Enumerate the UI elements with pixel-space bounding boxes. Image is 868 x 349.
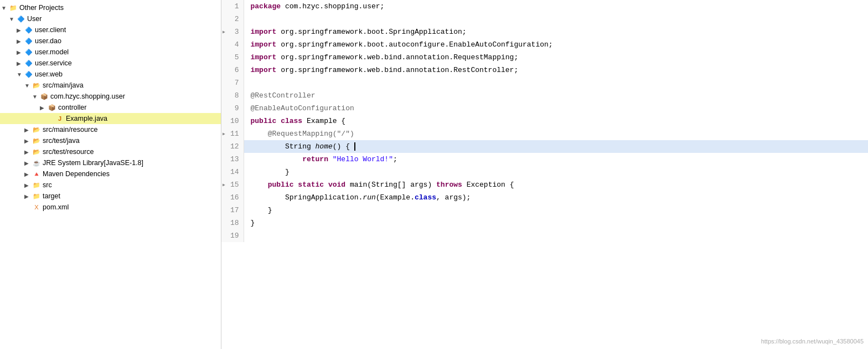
code-content[interactable]: public class Example { — [244, 115, 868, 127]
tree-label: Maven Dependencies — [43, 170, 110, 178]
tree-label: user.client — [35, 26, 66, 34]
tree-label: Example.java — [66, 115, 107, 122]
line-number: 13 — [221, 153, 244, 166]
line-number: 15 — [221, 178, 244, 191]
code-line-6: 6 import org.springframework.web.bind.an… — [221, 64, 868, 76]
arrow-icon: ▼ — [1, 5, 9, 11]
arrow-icon: ▼ — [24, 83, 32, 89]
line-number: 11 — [221, 127, 244, 140]
code-content[interactable]: package com.hzyc.shopping.user; — [244, 0, 868, 13]
code-content[interactable]: } — [244, 217, 868, 229]
arrow-icon: ▼ — [9, 16, 17, 22]
code-line-14: 14 } — [221, 166, 868, 178]
tree-item-other-projects[interactable]: ▼ 📁 Other Projects — [0, 2, 221, 13]
code-content[interactable]: @EnableAutoConfiguration — [244, 102, 868, 115]
code-content[interactable] — [244, 13, 868, 25]
tree-label: com.hzyc.shopping.user — [50, 93, 125, 100]
tree-item-user-model[interactable]: ▶ 🔷 user.model — [0, 47, 221, 58]
tree-item-src-test-resource[interactable]: ▶ 📂 src/test/resource — [0, 146, 221, 157]
arrow-icon: ▶ — [24, 149, 32, 155]
arrow-icon: ▼ — [17, 71, 24, 78]
module-icon: 🔷 — [24, 59, 33, 68]
code-content[interactable]: @RequestMapping("/") — [244, 127, 868, 140]
tree-item-user-service[interactable]: ▶ 🔷 user.service — [0, 58, 221, 69]
tree-item-user-web[interactable]: ▼ 🔷 user.web — [0, 69, 221, 80]
arrow-icon: ▶ — [17, 60, 24, 66]
line-number: 12 — [221, 140, 244, 153]
tree-item-src-main-resource[interactable]: ▶ 📂 src/main/resource — [0, 124, 221, 135]
code-line-11: 11 @RequestMapping("/") — [221, 127, 868, 140]
tree-item-src-test-java[interactable]: ▶ 📂 src/test/java — [0, 135, 221, 146]
tree-item-user[interactable]: ▼ 🔷 User — [0, 13, 221, 24]
tree-label: src — [43, 181, 52, 189]
code-line-19: 19 — [221, 229, 868, 242]
code-line-4: 4 import org.springframework.boot.autoco… — [221, 38, 868, 51]
arrow-icon: ▶ — [24, 138, 32, 144]
java-file-icon: J — [55, 114, 64, 123]
tree-label: Other Projects — [19, 4, 64, 12]
code-content[interactable]: import org.springframework.boot.SpringAp… — [244, 25, 868, 38]
tree-item-controller[interactable]: ▶ 📦 controller — [0, 102, 221, 113]
arrow-icon: ▶ — [24, 171, 32, 177]
line-number: 14 — [221, 166, 244, 178]
tree-label: src/main/java — [43, 81, 84, 89]
tree-item-src[interactable]: ▶ 📁 src — [0, 179, 221, 191]
arrow-icon: ▼ — [32, 94, 40, 100]
code-line-16: 16 SpringApplication.run(Example.class, … — [221, 191, 868, 204]
code-content[interactable]: } — [244, 166, 868, 178]
package-icon: 📦 — [48, 103, 56, 112]
arrow-icon: ▶ — [24, 160, 32, 166]
folder-icon: 📁 — [32, 181, 41, 189]
src-icon: 📂 — [32, 147, 41, 156]
code-line-9: 9 @EnableAutoConfiguration — [221, 102, 868, 115]
folder-icon: 📁 — [9, 3, 18, 12]
arrow-icon — [48, 116, 55, 122]
code-content[interactable]: import org.springframework.boot.autoconf… — [244, 38, 868, 51]
code-editor[interactable]: 1 package com.hzyc.shopping.user; 2 3 im… — [221, 0, 868, 349]
tree-label: controller — [58, 104, 86, 111]
code-line-7: 7 — [221, 76, 868, 89]
code-content[interactable]: SpringApplication.run(Example.class, arg… — [244, 191, 868, 204]
tree-label: JRE System Library — [43, 159, 104, 167]
code-line-2: 2 — [221, 13, 868, 25]
code-line-18: 18 } — [221, 217, 868, 229]
line-number: 1 — [221, 0, 244, 13]
code-content[interactable]: @RestController — [244, 89, 868, 102]
tree-item-user-client[interactable]: ▶ 🔷 user.client — [0, 24, 221, 35]
project-tree[interactable]: ▼ 📁 Other Projects ▼ 🔷 User ▶ 🔷 user.cli… — [0, 0, 221, 349]
module-icon: 🔷 — [17, 14, 25, 23]
package-icon: 📦 — [40, 92, 49, 101]
line-number: 8 — [221, 89, 244, 102]
code-content[interactable]: } — [244, 204, 868, 217]
tree-item-user-dao[interactable]: ▶ 🔷 user.dao — [0, 35, 221, 47]
line-number: 9 — [221, 102, 244, 115]
code-line-10: 10 public class Example { — [221, 115, 868, 127]
line-number: 5 — [221, 51, 244, 64]
code-content[interactable]: String home() { — [244, 140, 868, 153]
src-icon: 📂 — [32, 125, 41, 134]
code-content[interactable] — [244, 76, 868, 89]
code-line-13: 13 return "Hello World!"; — [221, 153, 868, 166]
tree-item-src-main-java[interactable]: ▼ 📂 src/main/java — [0, 80, 221, 91]
tree-item-maven-deps[interactable]: ▶ 🔺 Maven Dependencies — [0, 168, 221, 179]
arrow-icon: ▶ — [24, 193, 32, 199]
arrow-icon — [24, 204, 32, 211]
line-number: 10 — [221, 115, 244, 127]
tree-item-jre[interactable]: ▶ ☕ JRE System Library [JavaSE-1.8] — [0, 157, 221, 168]
code-line-17: 17 } — [221, 204, 868, 217]
code-content[interactable]: import org.springframework.web.bind.anno… — [244, 51, 868, 64]
code-table: 1 package com.hzyc.shopping.user; 2 3 im… — [221, 0, 868, 242]
code-content[interactable]: return "Hello World!"; — [244, 153, 868, 166]
tree-item-example-java[interactable]: J Example.java — [0, 113, 221, 124]
code-content[interactable]: import org.springframework.web.bind.anno… — [244, 64, 868, 76]
line-number: 7 — [221, 76, 244, 89]
src-icon: 📂 — [32, 136, 41, 145]
tree-item-target[interactable]: ▶ 📁 target — [0, 191, 221, 202]
code-content[interactable] — [244, 229, 868, 242]
line-number: 2 — [221, 13, 244, 25]
watermark: https://blog.csdn.net/wuqin_43580045 — [761, 338, 864, 345]
tree-item-com-hzyc[interactable]: ▼ 📦 com.hzyc.shopping.user — [0, 91, 221, 102]
code-content[interactable]: public static void main(String[] args) t… — [244, 178, 868, 191]
tree-item-pom-xml[interactable]: X pom.xml — [0, 202, 221, 213]
tree-label: User — [27, 15, 42, 23]
